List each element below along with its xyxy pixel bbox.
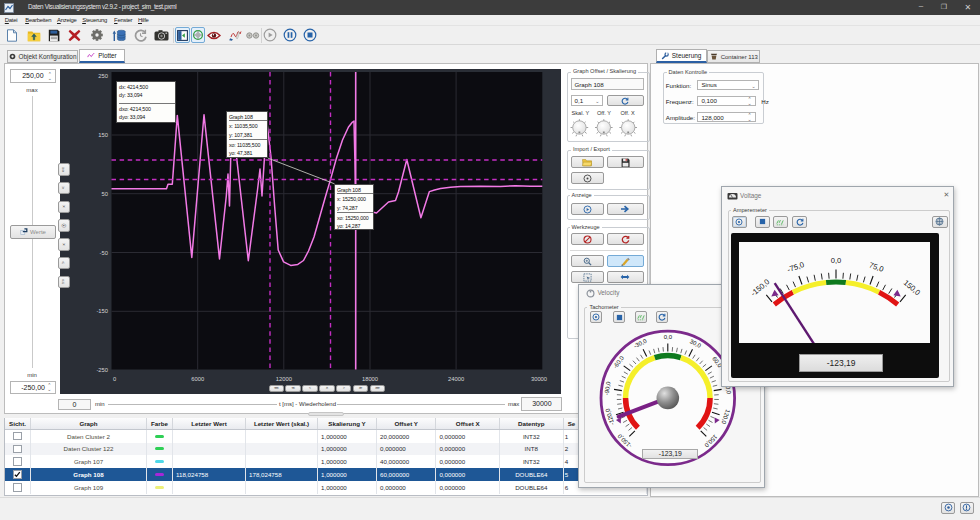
svg-text:24000: 24000 (448, 376, 464, 382)
svg-text:6000: 6000 (191, 376, 204, 382)
svg-text:50: 50 (101, 191, 107, 197)
svg-text:0,0: 0,0 (664, 334, 673, 340)
svg-text:-250: -250 (96, 367, 108, 373)
svg-text:30000: 30000 (530, 376, 546, 382)
svg-text:0,0: 0,0 (831, 255, 842, 264)
svg-text:18000: 18000 (361, 376, 377, 382)
svg-text:12000: 12000 (275, 376, 291, 382)
svg-text:150: 150 (98, 132, 108, 138)
svg-text:250: 250 (98, 73, 108, 79)
svg-text:0: 0 (112, 376, 115, 382)
svg-text:-50: -50 (99, 250, 107, 256)
svg-text:-150: -150 (96, 308, 108, 314)
